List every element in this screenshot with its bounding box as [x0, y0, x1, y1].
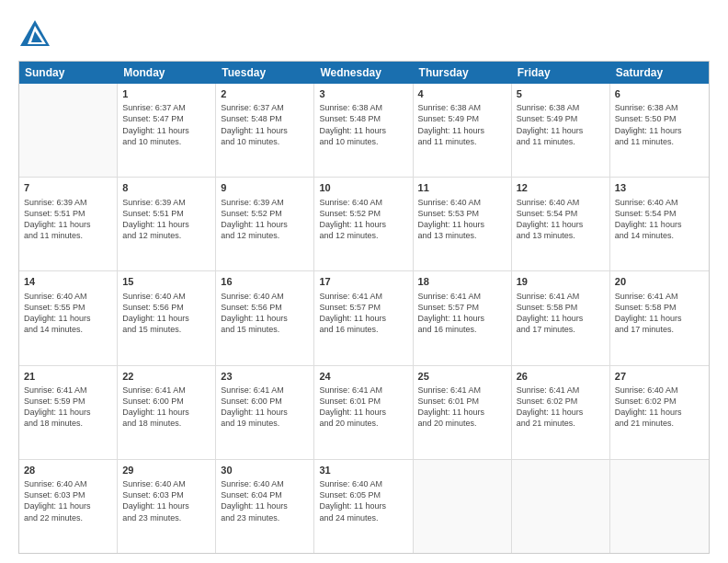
cell-info: Sunrise: 6:37 AM Sunset: 5:47 PM Dayligh…	[122, 102, 210, 147]
calendar-cell: 13Sunrise: 6:40 AM Sunset: 5:54 PM Dayli…	[610, 178, 709, 270]
day-number: 12	[517, 181, 605, 194]
calendar: SundayMondayTuesdayWednesdayThursdayFrid…	[18, 61, 710, 554]
day-number: 25	[418, 370, 506, 383]
calendar-cell: 6Sunrise: 6:38 AM Sunset: 5:50 PM Daylig…	[610, 84, 709, 177]
calendar-cell: 20Sunrise: 6:41 AM Sunset: 5:58 PM Dayli…	[610, 271, 709, 364]
day-number: 20	[615, 275, 704, 288]
cell-info: Sunrise: 6:41 AM Sunset: 5:58 PM Dayligh…	[517, 291, 605, 336]
cell-info: Sunrise: 6:39 AM Sunset: 5:52 PM Dayligh…	[221, 197, 309, 242]
cell-info: Sunrise: 6:41 AM Sunset: 6:00 PM Dayligh…	[122, 385, 210, 430]
cell-info: Sunrise: 6:40 AM Sunset: 5:54 PM Dayligh…	[517, 197, 605, 242]
calendar-cell: 22Sunrise: 6:41 AM Sunset: 6:00 PM Dayli…	[118, 366, 216, 459]
page: SundayMondayTuesdayWednesdayThursdayFrid…	[0, 0, 728, 563]
logo	[18, 18, 55, 52]
calendar-cell	[610, 460, 709, 553]
cell-info: Sunrise: 6:39 AM Sunset: 5:51 PM Dayligh…	[24, 197, 112, 242]
day-number: 14	[24, 275, 112, 288]
day-number: 27	[615, 370, 704, 383]
calendar-header-cell: Sunday	[19, 62, 118, 84]
calendar-cell: 7Sunrise: 6:39 AM Sunset: 5:51 PM Daylig…	[19, 178, 118, 270]
day-number: 26	[517, 370, 605, 383]
header	[18, 18, 710, 52]
cell-info: Sunrise: 6:37 AM Sunset: 5:48 PM Dayligh…	[221, 102, 309, 147]
calendar-cell	[19, 84, 118, 177]
cell-info: Sunrise: 6:38 AM Sunset: 5:49 PM Dayligh…	[418, 102, 506, 147]
day-number: 3	[319, 87, 407, 100]
day-number: 16	[221, 275, 309, 288]
calendar-cell: 28Sunrise: 6:40 AM Sunset: 6:03 PM Dayli…	[19, 460, 118, 553]
day-number: 7	[24, 181, 112, 194]
calendar-header-cell: Thursday	[414, 62, 512, 84]
calendar-header-cell: Tuesday	[216, 62, 314, 84]
cell-info: Sunrise: 6:39 AM Sunset: 5:51 PM Dayligh…	[122, 197, 210, 242]
calendar-cell: 15Sunrise: 6:40 AM Sunset: 5:56 PM Dayli…	[118, 271, 216, 364]
calendar-cell: 21Sunrise: 6:41 AM Sunset: 5:59 PM Dayli…	[19, 366, 118, 459]
calendar-header-cell: Wednesday	[314, 62, 413, 84]
calendar-cell: 19Sunrise: 6:41 AM Sunset: 5:58 PM Dayli…	[512, 271, 610, 364]
calendar-cell: 14Sunrise: 6:40 AM Sunset: 5:55 PM Dayli…	[19, 271, 118, 364]
calendar-cell: 5Sunrise: 6:38 AM Sunset: 5:49 PM Daylig…	[512, 84, 610, 177]
day-number: 30	[221, 464, 309, 477]
calendar-cell: 16Sunrise: 6:40 AM Sunset: 5:56 PM Dayli…	[216, 271, 314, 364]
cell-info: Sunrise: 6:40 AM Sunset: 5:54 PM Dayligh…	[615, 197, 704, 242]
cell-info: Sunrise: 6:41 AM Sunset: 5:57 PM Dayligh…	[418, 291, 506, 336]
calendar-cell: 31Sunrise: 6:40 AM Sunset: 6:05 PM Dayli…	[314, 460, 413, 553]
cell-info: Sunrise: 6:40 AM Sunset: 6:03 PM Dayligh…	[24, 478, 112, 523]
day-number: 18	[418, 275, 506, 288]
cell-info: Sunrise: 6:38 AM Sunset: 5:48 PM Dayligh…	[319, 102, 407, 147]
day-number: 22	[122, 370, 210, 383]
cell-info: Sunrise: 6:38 AM Sunset: 5:50 PM Dayligh…	[615, 102, 704, 147]
calendar-cell	[414, 460, 512, 553]
calendar-row: 14Sunrise: 6:40 AM Sunset: 5:55 PM Dayli…	[19, 271, 709, 365]
cell-info: Sunrise: 6:40 AM Sunset: 6:04 PM Dayligh…	[221, 478, 309, 523]
day-number: 24	[319, 370, 407, 383]
cell-info: Sunrise: 6:40 AM Sunset: 5:56 PM Dayligh…	[122, 291, 210, 336]
day-number: 4	[418, 87, 506, 100]
day-number: 6	[615, 87, 704, 100]
calendar-cell: 17Sunrise: 6:41 AM Sunset: 5:57 PM Dayli…	[314, 271, 413, 364]
cell-info: Sunrise: 6:40 AM Sunset: 6:05 PM Dayligh…	[319, 478, 407, 523]
day-number: 31	[319, 464, 407, 477]
cell-info: Sunrise: 6:41 AM Sunset: 6:02 PM Dayligh…	[517, 385, 605, 430]
day-number: 2	[221, 87, 309, 100]
cell-info: Sunrise: 6:41 AM Sunset: 5:58 PM Dayligh…	[615, 291, 704, 336]
cell-info: Sunrise: 6:41 AM Sunset: 6:01 PM Dayligh…	[319, 385, 407, 430]
calendar-cell: 9Sunrise: 6:39 AM Sunset: 5:52 PM Daylig…	[216, 178, 314, 270]
calendar-header-cell: Monday	[118, 62, 216, 84]
day-number: 9	[221, 181, 309, 194]
calendar-cell: 10Sunrise: 6:40 AM Sunset: 5:52 PM Dayli…	[314, 178, 413, 270]
cell-info: Sunrise: 6:41 AM Sunset: 6:01 PM Dayligh…	[418, 385, 506, 430]
cell-info: Sunrise: 6:40 AM Sunset: 5:53 PM Dayligh…	[418, 197, 506, 242]
logo-icon	[18, 18, 51, 52]
calendar-cell: 18Sunrise: 6:41 AM Sunset: 5:57 PM Dayli…	[414, 271, 512, 364]
calendar-header-cell: Saturday	[610, 62, 709, 84]
calendar-cell	[512, 460, 610, 553]
day-number: 28	[24, 464, 112, 477]
cell-info: Sunrise: 6:41 AM Sunset: 5:57 PM Dayligh…	[319, 291, 407, 336]
cell-info: Sunrise: 6:41 AM Sunset: 6:00 PM Dayligh…	[221, 385, 309, 430]
cell-info: Sunrise: 6:40 AM Sunset: 6:03 PM Dayligh…	[122, 478, 210, 523]
day-number: 5	[517, 87, 605, 100]
calendar-cell: 4Sunrise: 6:38 AM Sunset: 5:49 PM Daylig…	[414, 84, 512, 177]
calendar-cell: 30Sunrise: 6:40 AM Sunset: 6:04 PM Dayli…	[216, 460, 314, 553]
calendar-row: 28Sunrise: 6:40 AM Sunset: 6:03 PM Dayli…	[19, 460, 709, 553]
day-number: 13	[615, 181, 704, 194]
cell-info: Sunrise: 6:40 AM Sunset: 5:52 PM Dayligh…	[319, 197, 407, 242]
calendar-cell: 29Sunrise: 6:40 AM Sunset: 6:03 PM Dayli…	[118, 460, 216, 553]
day-number: 10	[319, 181, 407, 194]
day-number: 19	[517, 275, 605, 288]
day-number: 1	[122, 87, 210, 100]
day-number: 15	[122, 275, 210, 288]
day-number: 23	[221, 370, 309, 383]
day-number: 21	[24, 370, 112, 383]
calendar-row: 7Sunrise: 6:39 AM Sunset: 5:51 PM Daylig…	[19, 178, 709, 271]
calendar-header: SundayMondayTuesdayWednesdayThursdayFrid…	[19, 62, 709, 84]
calendar-row: 21Sunrise: 6:41 AM Sunset: 5:59 PM Dayli…	[19, 366, 709, 460]
cell-info: Sunrise: 6:38 AM Sunset: 5:49 PM Dayligh…	[517, 102, 605, 147]
calendar-cell: 8Sunrise: 6:39 AM Sunset: 5:51 PM Daylig…	[118, 178, 216, 270]
calendar-cell: 3Sunrise: 6:38 AM Sunset: 5:48 PM Daylig…	[314, 84, 413, 177]
day-number: 17	[319, 275, 407, 288]
calendar-cell: 12Sunrise: 6:40 AM Sunset: 5:54 PM Dayli…	[512, 178, 610, 270]
calendar-header-cell: Friday	[512, 62, 610, 84]
calendar-cell: 27Sunrise: 6:40 AM Sunset: 6:02 PM Dayli…	[610, 366, 709, 459]
